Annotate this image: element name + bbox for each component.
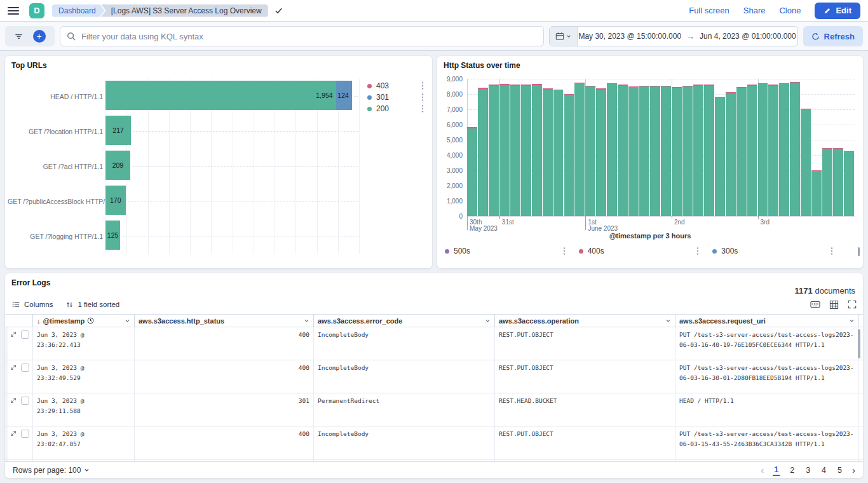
bar-400s[interactable] xyxy=(585,86,595,87)
bar-segment-200[interactable]: 217 xyxy=(105,116,131,145)
bar-200s[interactable] xyxy=(833,149,843,216)
kebab-menu-icon[interactable] xyxy=(419,93,426,102)
bar-200s[interactable] xyxy=(790,83,800,216)
kebab-menu-icon[interactable] xyxy=(695,247,701,255)
bar-400s[interactable] xyxy=(628,86,639,88)
bar-400s[interactable] xyxy=(510,85,520,86)
bar-200s[interactable] xyxy=(499,85,510,216)
page-4[interactable]: 4 xyxy=(820,465,827,475)
bar-400s[interactable] xyxy=(574,83,585,84)
bar-200s[interactable] xyxy=(801,109,811,216)
expand-row-icon[interactable] xyxy=(10,364,17,371)
bar-segment-200[interactable]: 125 xyxy=(105,221,120,250)
bar-200s[interactable] xyxy=(650,86,660,216)
bar-400s[interactable] xyxy=(596,88,606,90)
chevron-down-icon[interactable] xyxy=(665,318,671,323)
kebab-menu-icon[interactable] xyxy=(561,247,567,255)
filter-icon[interactable] xyxy=(14,32,24,41)
add-filter-button[interactable]: + xyxy=(33,30,46,43)
bar-400s[interactable] xyxy=(564,94,574,95)
page-1[interactable]: 1 xyxy=(773,465,780,476)
bar-400s[interactable] xyxy=(607,83,617,85)
bar-400s[interactable] xyxy=(489,85,499,86)
bar-400s[interactable] xyxy=(693,85,703,86)
bar-200s[interactable] xyxy=(693,86,703,216)
bar-400s[interactable] xyxy=(467,127,477,128)
bar-400s[interactable] xyxy=(844,151,854,153)
expand-row-icon[interactable] xyxy=(10,330,17,338)
bar-200s[interactable] xyxy=(822,149,832,216)
bar-400s[interactable] xyxy=(532,84,542,85)
chevron-down-icon[interactable] xyxy=(304,318,309,323)
bar-segment-301[interactable]: 124 xyxy=(336,81,351,110)
expand-row-icon[interactable] xyxy=(10,397,17,404)
grid-header-timestamp[interactable]: ↓@timestamp xyxy=(33,315,135,327)
legend-item-301[interactable]: 301 xyxy=(367,92,426,103)
bar-200s[interactable] xyxy=(607,84,617,216)
bar-200s[interactable] xyxy=(704,86,714,216)
calendar-menu-button[interactable] xyxy=(550,27,578,46)
date-from[interactable]: May 30, 2023 @ 15:00:00.000 xyxy=(578,32,681,41)
kebab-menu-icon[interactable] xyxy=(419,81,426,90)
page-5[interactable]: 5 xyxy=(836,465,843,475)
bar-400s[interactable] xyxy=(499,84,510,85)
bar-200s[interactable] xyxy=(726,93,736,216)
legend-item-403[interactable]: 403 xyxy=(367,80,426,92)
bar-400s[interactable] xyxy=(650,86,660,87)
bar-400s[interactable] xyxy=(543,88,553,90)
bar-400s[interactable] xyxy=(768,85,778,86)
bar-400s[interactable] xyxy=(833,148,843,149)
bar-200s[interactable] xyxy=(510,86,520,216)
bar-segment-200[interactable]: 170 xyxy=(105,186,126,215)
refresh-button[interactable]: Refresh xyxy=(803,26,863,46)
bar-400s[interactable] xyxy=(672,87,682,88)
expand-row-icon[interactable] xyxy=(10,430,17,437)
bar-400s[interactable] xyxy=(704,85,714,86)
kql-search-bar[interactable] xyxy=(60,26,544,46)
legend-scrollbar[interactable] xyxy=(858,247,860,256)
bar-200s[interactable] xyxy=(811,171,822,216)
bar-200s[interactable] xyxy=(639,86,649,216)
bar-200s[interactable] xyxy=(779,84,789,216)
bar-200s[interactable] xyxy=(467,128,477,216)
bar-400s[interactable] xyxy=(478,88,488,89)
bar-200s[interactable] xyxy=(596,90,606,216)
display-options-icon[interactable] xyxy=(829,300,839,310)
grid-header-error[interactable]: aws.s3access.error_code xyxy=(314,315,495,327)
next-page-button[interactable]: › xyxy=(852,465,855,475)
bar-400s[interactable] xyxy=(811,170,822,172)
bar-200s[interactable] xyxy=(736,88,747,216)
bar-200s[interactable] xyxy=(768,86,778,216)
legend-item-200[interactable]: 200 xyxy=(367,103,426,114)
bar-200s[interactable] xyxy=(661,86,671,216)
full-screen-link[interactable]: Full screen xyxy=(689,6,729,15)
bar-200s[interactable] xyxy=(489,86,499,216)
bar-200s[interactable] xyxy=(628,87,639,216)
row-checkbox[interactable] xyxy=(21,364,29,372)
kebab-menu-icon[interactable] xyxy=(419,104,426,113)
chevron-down-icon[interactable] xyxy=(849,318,855,323)
check-icon[interactable] xyxy=(275,6,283,15)
bar-segment-403[interactable] xyxy=(351,81,352,110)
bar-400s[interactable] xyxy=(822,148,832,149)
bar-200s[interactable] xyxy=(672,88,682,216)
row-checkbox[interactable] xyxy=(21,330,29,339)
grid-header-uri[interactable]: aws.s3access.request_uri xyxy=(675,315,859,327)
legend-item-300s[interactable]: 300s xyxy=(712,247,846,255)
keyboard-shortcuts-icon[interactable] xyxy=(810,300,820,309)
kebab-menu-icon[interactable] xyxy=(829,247,835,255)
date-to[interactable]: Jun 4, 2023 @ 01:00:00.000 xyxy=(700,32,796,41)
bar-400s[interactable] xyxy=(790,82,800,83)
bar-200s[interactable] xyxy=(521,86,531,216)
rows-per-page-button[interactable]: Rows per page: 100 xyxy=(13,466,90,475)
bar-400s[interactable] xyxy=(553,90,564,91)
bar-400s[interactable] xyxy=(521,85,531,86)
bar-400s[interactable] xyxy=(682,86,693,87)
page-3[interactable]: 3 xyxy=(804,465,811,475)
bar-200s[interactable] xyxy=(574,83,585,216)
chevron-down-icon[interactable] xyxy=(125,318,130,323)
bar-segment-200[interactable]: 1,954 xyxy=(105,81,336,110)
bar-400s[interactable] xyxy=(736,87,747,88)
bar-400s[interactable] xyxy=(758,83,768,85)
legend-item-400s[interactable]: 400s xyxy=(579,247,713,255)
